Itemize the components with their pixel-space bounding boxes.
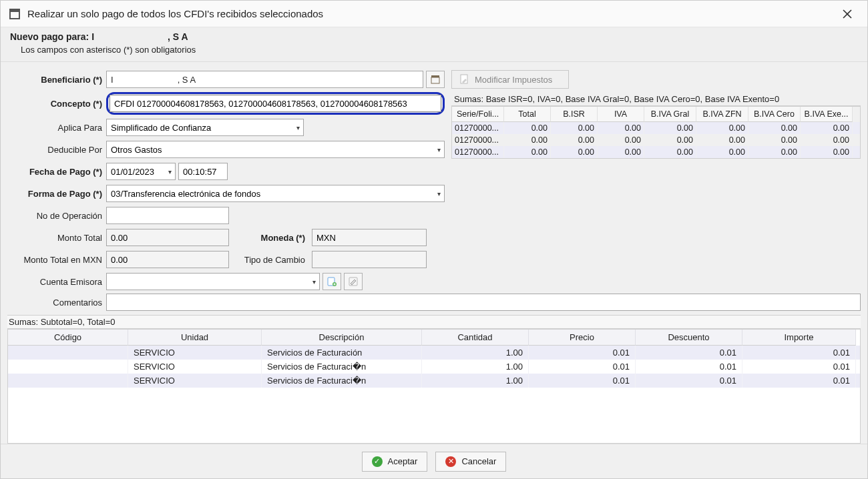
svg-rect-4 bbox=[431, 77, 439, 83]
label-forma-pago: Forma de Pago (*) bbox=[7, 189, 106, 199]
label-tipo-cambio: Tipo de Cambio bbox=[232, 255, 309, 265]
detail-sums: Sumas: Subtotal=0, Total=0 bbox=[7, 315, 861, 329]
label-concepto: Concepto (*) bbox=[7, 99, 106, 109]
label-fecha-pago: Fecha de Pago (*) bbox=[7, 167, 106, 177]
window-title: Realizar un solo pago de todos los CFDI'… bbox=[27, 8, 834, 19]
dh-descripcion[interactable]: Descripción bbox=[262, 330, 422, 346]
cuenta-add-button[interactable] bbox=[322, 273, 341, 290]
payment-window: Realizar un solo pago de todos los CFDI'… bbox=[0, 0, 868, 479]
detail-row[interactable]: SERVICIO Servicios de Facturación 1.00 0… bbox=[8, 346, 860, 360]
th-bzfn[interactable]: B.IVA ZFN bbox=[696, 107, 748, 122]
aceptar-button[interactable]: ✓ Aceptar bbox=[362, 452, 428, 472]
button-bar: ✓ Aceptar ✕ Cancelar bbox=[1, 444, 867, 478]
cuenta-emisora-select[interactable] bbox=[106, 273, 320, 290]
th-serie[interactable]: Serie/Foli... bbox=[452, 107, 504, 122]
subheader-line1-suffix: , S A bbox=[168, 31, 188, 42]
label-aplica-para: Aplica Para bbox=[7, 123, 106, 133]
label-cuenta-emisora: Cuenta Emisora bbox=[7, 277, 106, 287]
dh-unidad[interactable]: Unidad bbox=[128, 330, 262, 346]
beneficiario-lookup-button[interactable] bbox=[426, 71, 445, 88]
svg-rect-1 bbox=[10, 9, 19, 12]
th-bgral[interactable]: B.IVA Gral bbox=[644, 107, 696, 122]
tax-row[interactable]: 01270000... 0.00 0.00 0.00 0.00 0.00 0.0… bbox=[452, 146, 860, 158]
tax-grid: Serie/Foli... Total B.ISR IVA B.IVA Gral… bbox=[451, 106, 861, 159]
cancelar-button[interactable]: ✕ Cancelar bbox=[435, 452, 506, 472]
tax-sums: Sumas: Base ISR=0, IVA=0, Base IVA Gral=… bbox=[451, 93, 861, 106]
modificar-impuestos-button: Modificar Impuestos bbox=[451, 70, 569, 89]
th-total[interactable]: Total bbox=[504, 107, 551, 122]
dh-importe[interactable]: Importe bbox=[742, 330, 856, 346]
moneda-input bbox=[312, 229, 427, 246]
label-monto-total-mxn: Monto Total en MXN bbox=[7, 255, 106, 265]
fecha-pago-input[interactable] bbox=[106, 163, 176, 180]
no-operacion-input[interactable] bbox=[106, 207, 229, 224]
cancelar-label: Cancelar bbox=[461, 456, 496, 466]
monto-total-mxn-input bbox=[106, 251, 229, 268]
tipo-cambio-input bbox=[312, 251, 427, 268]
tax-row[interactable]: 01270000... 0.00 0.00 0.00 0.00 0.00 0.0… bbox=[452, 134, 860, 146]
label-deducible-por: Deducible Por bbox=[7, 145, 106, 155]
monto-total-input bbox=[106, 229, 229, 246]
row-comentarios: Comentarios bbox=[7, 294, 861, 311]
check-icon: ✓ bbox=[372, 456, 383, 467]
comentarios-input[interactable] bbox=[106, 294, 861, 311]
label-comentarios: Comentarios bbox=[7, 298, 106, 308]
modificar-impuestos-label: Modificar Impuestos bbox=[475, 75, 552, 85]
tax-row[interactable]: 01270000... 0.00 0.00 0.00 0.00 0.00 0.0… bbox=[452, 122, 860, 134]
deducible-por-select[interactable] bbox=[106, 141, 445, 158]
tax-grid-header: Serie/Foli... Total B.ISR IVA B.IVA Gral… bbox=[452, 107, 860, 122]
concepto-input[interactable] bbox=[110, 95, 441, 112]
cuenta-edit-button[interactable] bbox=[344, 273, 363, 290]
hora-pago-input[interactable] bbox=[178, 163, 228, 180]
label-no-operacion: No de Operación bbox=[7, 211, 106, 221]
right-panel: Modificar Impuestos Sumas: Base ISR=0, I… bbox=[451, 70, 861, 291]
subheader-line2: Los campos con asterisco (*) son obligat… bbox=[21, 45, 858, 55]
svg-rect-5 bbox=[431, 75, 439, 77]
detail-grid-header: Código Unidad Descripción Cantidad Preci… bbox=[8, 330, 860, 346]
subheader: Nuevo pago para: I, S A Los campos con a… bbox=[1, 27, 867, 62]
label-monto-total: Monto Total bbox=[7, 233, 106, 243]
label-beneficiario: Beneficiario (*) bbox=[7, 75, 106, 85]
dh-descuento[interactable]: Descuento bbox=[636, 330, 742, 346]
forma-pago-select[interactable] bbox=[106, 185, 445, 202]
app-icon bbox=[9, 8, 21, 20]
detail-row[interactable]: SERVICIO Servicios de Facturaci�n 1.00 0… bbox=[8, 374, 860, 388]
th-bcero[interactable]: B.IVA Cero bbox=[748, 107, 801, 122]
content: Beneficiario (*) I, S A Concepto (*) bbox=[1, 62, 867, 444]
dh-cantidad[interactable]: Cantidad bbox=[422, 330, 529, 346]
cancel-icon: ✕ bbox=[445, 456, 456, 467]
beneficiario-prefix: I bbox=[111, 75, 114, 85]
beneficiario-input[interactable]: I, S A bbox=[106, 71, 423, 88]
subheader-line1: Nuevo pago para: I, S A bbox=[10, 31, 858, 42]
aplica-para-select[interactable] bbox=[106, 119, 304, 136]
close-button[interactable] bbox=[834, 2, 861, 26]
dh-precio[interactable]: Precio bbox=[529, 330, 636, 346]
th-iva[interactable]: IVA bbox=[598, 107, 644, 122]
aceptar-label: Aceptar bbox=[388, 456, 418, 466]
titlebar: Realizar un solo pago de todos los CFDI'… bbox=[1, 1, 867, 27]
label-moneda: Moneda (*) bbox=[232, 233, 309, 243]
detail-grid: Código Unidad Descripción Cantidad Preci… bbox=[7, 329, 861, 444]
subheader-line1-prefix: Nuevo pago para: I bbox=[10, 31, 94, 42]
left-form: Beneficiario (*) I, S A Concepto (*) bbox=[7, 70, 445, 291]
dh-codigo[interactable]: Código bbox=[8, 330, 128, 346]
beneficiario-suffix: , S A bbox=[178, 75, 196, 85]
th-bexe[interactable]: B.IVA Exe... bbox=[801, 107, 853, 122]
th-bisr[interactable]: B.ISR bbox=[551, 107, 598, 122]
detail-row[interactable]: SERVICIO Servicios de Facturaci�n 1.00 0… bbox=[8, 360, 860, 374]
